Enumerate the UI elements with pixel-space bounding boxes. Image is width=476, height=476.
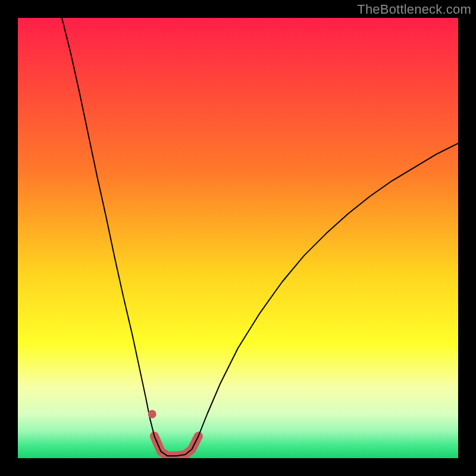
chart-plot-area — [18, 18, 458, 458]
gradient-background — [18, 18, 458, 458]
chart-svg — [18, 18, 458, 458]
watermark-label: TheBottleneck.com — [357, 2, 471, 17]
highlight-dot — [148, 410, 156, 418]
chart-frame: TheBottleneck.com — [0, 0, 476, 476]
marker-layer — [148, 410, 156, 418]
